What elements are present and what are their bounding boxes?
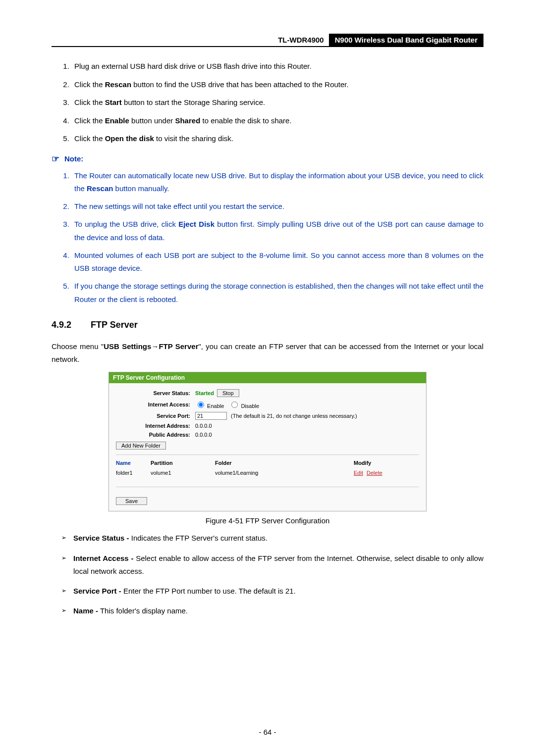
- section-number: 4.9.2: [52, 320, 88, 330]
- section-title: FTP Server: [91, 320, 138, 330]
- list-item: Service Status - Indicates the FTP Serve…: [61, 532, 483, 545]
- public-address-value: 0.0.0.0: [195, 432, 212, 438]
- service-port-label: Service Port:: [116, 413, 195, 419]
- service-port-hint: (The default is 21, do not change unless…: [231, 413, 357, 419]
- pointing-hand-icon: ☞: [52, 153, 59, 164]
- disable-text: Disable: [241, 403, 259, 409]
- note-list: The Router can automatically locate new …: [52, 169, 483, 306]
- stop-button[interactable]: Stop: [217, 389, 239, 397]
- enable-text: Enable: [207, 403, 224, 409]
- section-heading: 4.9.2 FTP Server: [52, 320, 483, 330]
- row-partition: volume1: [151, 470, 215, 476]
- note-item: The new settings will not take effect un…: [71, 200, 483, 213]
- enable-radio-label[interactable]: Enable: [195, 400, 224, 409]
- delete-link[interactable]: Delete: [367, 470, 382, 476]
- model-number: TL-WDR4900: [278, 34, 329, 46]
- internet-address-value: 0.0.0.0: [195, 423, 212, 429]
- internet-address-label: Internet Address:: [116, 423, 195, 429]
- step-item: Click the Enable button under Shared to …: [71, 115, 483, 127]
- intro-paragraph: Choose menu "USB Settings→FTP Server", y…: [52, 340, 483, 366]
- list-item: Internet Access - Select enable to allow…: [61, 552, 483, 578]
- figure-caption: Figure 4-51 FTP Server Configuration: [52, 516, 483, 525]
- row-folder: volume1/Learning: [215, 470, 354, 476]
- col-modify-header: Modify: [354, 460, 371, 466]
- step-item: Click the Rescan button to find the USB …: [71, 79, 483, 91]
- row-name: folder1: [116, 470, 151, 476]
- product-name: N900 Wireless Dual Band Gigabit Router: [329, 34, 483, 46]
- note-item: To unplug the USB drive, click Eject Dis…: [71, 218, 483, 244]
- internet-access-label: Internet Access:: [116, 402, 195, 407]
- public-address-label: Public Address:: [116, 432, 195, 438]
- note-item: Mounted volumes of each USB port are sub…: [71, 249, 483, 275]
- step-item: Click the Start button to start the Stor…: [71, 97, 483, 108]
- col-folder-header: Folder: [215, 460, 232, 466]
- ftp-config-figure: FTP Server Configuration Server Status: …: [108, 372, 427, 511]
- table-row: folder1 volume1 volume1/Learning Edit De…: [116, 468, 419, 478]
- step-item: Plug an external USB hard disk drive or …: [71, 61, 483, 72]
- enable-radio[interactable]: [198, 402, 204, 408]
- col-partition-header: Partition: [151, 460, 173, 466]
- folder-table-header: Name Partition Folder Modify: [116, 458, 419, 468]
- disable-radio-label[interactable]: Disable: [229, 400, 259, 409]
- step-item: Click the Open the disk to visit the sha…: [71, 133, 483, 145]
- note-item: If you change the storage settings durin…: [71, 280, 483, 306]
- server-status-value: Started: [195, 390, 214, 396]
- disable-radio[interactable]: [231, 402, 238, 408]
- note-label: Note:: [64, 154, 83, 163]
- page-number: - 64 -: [0, 728, 535, 736]
- steps-list: Plug an external USB hard disk drive or …: [52, 61, 483, 145]
- note-header: ☞ Note:: [52, 153, 483, 164]
- list-item: Name - This folder's display name.: [61, 605, 483, 617]
- save-button[interactable]: Save: [116, 497, 147, 505]
- add-new-folder-button[interactable]: Add New Folder: [116, 442, 166, 450]
- edit-link[interactable]: Edit: [354, 470, 363, 476]
- panel-title: FTP Server Configuration: [109, 372, 426, 383]
- note-item: The Router can automatically locate new …: [71, 169, 483, 196]
- list-item: Service Port - Enter the FTP Port number…: [61, 585, 483, 598]
- service-port-input[interactable]: [195, 412, 227, 420]
- server-status-label: Server Status:: [116, 390, 195, 396]
- col-name-header: Name: [116, 460, 131, 466]
- definitions-list: Service Status - Indicates the FTP Serve…: [52, 532, 483, 617]
